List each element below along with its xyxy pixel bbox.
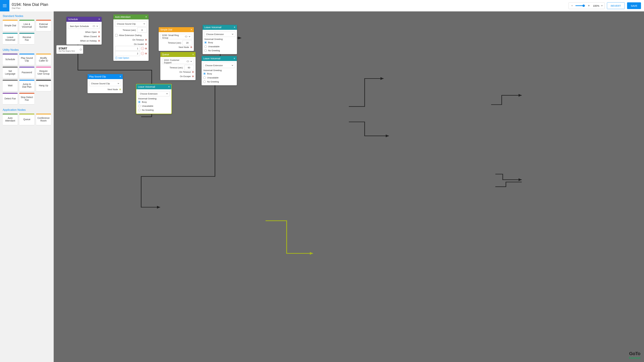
allow-ext-checkbox[interactable] xyxy=(115,34,118,36)
port-on-invalid[interactable] xyxy=(145,43,147,45)
vm1-radio-unavailable[interactable] xyxy=(204,45,207,48)
standard-tile-1[interactable]: Line & Voicemail xyxy=(19,20,34,31)
application-tile-1[interactable]: Queue xyxy=(19,114,34,125)
utility-tile-8[interactable]: Hang Up xyxy=(36,80,51,91)
aa-opt2-input[interactable]: 2 xyxy=(115,51,140,56)
start-port[interactable] xyxy=(80,49,82,50)
page-subtitle: Dial Plan xyxy=(12,7,48,9)
remove-icon[interactable]: − xyxy=(141,47,144,50)
aa-opt1-input[interactable]: 1 xyxy=(115,46,140,51)
vm2-radio-busy[interactable] xyxy=(203,72,206,75)
remove-icon[interactable]: − xyxy=(141,52,144,55)
port-when-holiday[interactable] xyxy=(98,40,100,42)
close-icon[interactable]: × xyxy=(168,85,170,88)
close-icon[interactable]: × xyxy=(192,53,194,56)
menu-button[interactable] xyxy=(0,0,10,11)
vm1-radio-nogreeting[interactable] xyxy=(204,49,207,52)
aa-sound-select[interactable]: Choose Sound Clip xyxy=(115,21,147,26)
standard-tile-4[interactable]: Receive Fax xyxy=(19,33,34,44)
close-icon[interactable]: × xyxy=(234,57,235,60)
queue-node[interactable]: Queue × 1010: Customer Support Timeout (… xyxy=(160,52,196,80)
vm3-ext-select[interactable]: Choose Extension xyxy=(138,91,170,96)
close-icon[interactable]: × xyxy=(234,26,235,29)
utility-tile-0[interactable]: Schedule xyxy=(3,54,18,65)
sd-timeout-input[interactable]: 20 xyxy=(182,40,192,45)
ps-sound-select[interactable]: Choose Sound Clip xyxy=(89,81,121,86)
schedule-node[interactable]: Schedule × 9am-5pm Schedule When Open Wh… xyxy=(66,17,102,44)
utility-tile-7[interactable]: Jump to Dial Plan xyxy=(19,80,34,91)
vm3-radio-unavailable[interactable] xyxy=(138,105,140,107)
voicemail-node-2[interactable]: Leave Voicemail × Choose Extension Voice… xyxy=(202,56,237,85)
port-next[interactable] xyxy=(119,88,121,90)
utility-tile-5[interactable]: Require User Group xyxy=(36,67,51,78)
utility-tile-1[interactable]: Play Sound Clip xyxy=(19,54,34,65)
svg-marker-2 xyxy=(157,206,160,209)
start-node[interactable]: START Dial Plan Begins Here xyxy=(56,45,83,54)
start-title: START xyxy=(58,47,81,50)
auto-attendant-node[interactable]: Auto Attendant × Choose Sound Clip Timeo… xyxy=(113,14,148,61)
svg-marker-7 xyxy=(310,252,313,255)
sd-ext-select[interactable]: 0150: Small Ring Group xyxy=(160,34,192,39)
link-icon xyxy=(185,36,187,37)
utility-tile-10[interactable]: Stop Detect Fax xyxy=(19,93,34,104)
page-title: 0194: New Dial Plan xyxy=(12,2,48,7)
port-opt1[interactable] xyxy=(145,48,147,49)
voicemail-node-3[interactable]: Leave Voicemail × Choose Extension Voice… xyxy=(136,84,172,114)
port-opt2[interactable] xyxy=(145,53,147,54)
vm1-ext-select[interactable]: Choose Extension xyxy=(204,31,235,37)
aa-timeout-input[interactable]: 8 xyxy=(137,27,147,33)
canvas[interactable]: START Dial Plan Begins Here Schedule × 9… xyxy=(54,11,644,362)
utility-tile-9[interactable]: Detect Fax xyxy=(3,93,18,104)
port-on-timeout[interactable] xyxy=(145,39,147,41)
zoom-in-button[interactable]: + xyxy=(587,4,590,7)
vm2-radio-unavailable[interactable] xyxy=(203,76,206,79)
svg-marker-5 xyxy=(518,94,522,97)
chevron-down-icon xyxy=(232,65,233,66)
vm3-radio-busy[interactable] xyxy=(138,101,140,103)
section-application-title: Application Nodes xyxy=(3,108,51,112)
play-sound-node[interactable]: Play Sound Clip × Choose Sound Clip Next… xyxy=(88,74,123,93)
add-option-button[interactable]: +Add Option xyxy=(115,57,147,59)
standard-tile-0[interactable]: Simple Dial xyxy=(3,20,18,31)
chevron-down-icon xyxy=(118,83,119,84)
chevron-down-icon[interactable] xyxy=(601,5,603,6)
schedule-select[interactable]: 9am-5pm Schedule xyxy=(68,23,100,29)
vm1-radio-busy[interactable] xyxy=(204,41,207,44)
utility-tile-2[interactable]: Modify Caller ID xyxy=(36,54,51,65)
standard-tile-3[interactable]: Leave Voicemail xyxy=(3,33,18,44)
port-on-timeout[interactable] xyxy=(192,71,194,73)
save-button[interactable]: SAVE xyxy=(627,2,641,9)
queue-timeout-input[interactable]: 60 xyxy=(184,65,194,70)
application-tile-0[interactable]: Auto Attendant xyxy=(3,114,18,125)
standard-tile-2[interactable]: External Number xyxy=(36,20,51,31)
vm2-radio-nogreeting[interactable] xyxy=(203,80,206,83)
voicemail-node-1[interactable]: Leave Voicemail × Choose Extension Voice… xyxy=(202,25,237,54)
hamburger-icon xyxy=(3,4,6,7)
zoom-control[interactable]: − + 100% xyxy=(568,2,604,9)
port-next[interactable] xyxy=(190,46,192,48)
queue-select[interactable]: 1010: Customer Support xyxy=(162,59,194,64)
svg-marker-3 xyxy=(380,77,384,80)
close-icon[interactable]: × xyxy=(146,15,147,18)
application-tile-2[interactable]: Conference Room xyxy=(36,114,51,125)
utility-tile-4[interactable]: Password xyxy=(19,67,34,78)
close-icon[interactable]: × xyxy=(120,75,121,78)
aa-title: Auto Attendant xyxy=(115,15,130,18)
port-when-open[interactable] xyxy=(98,31,100,33)
vm3-radio-nogreeting[interactable] xyxy=(138,109,140,111)
header: 0194: New Dial Plan Dial Plan − + 100% R… xyxy=(0,0,644,11)
revert-button[interactable]: REVERT xyxy=(607,2,625,9)
zoom-slider[interactable] xyxy=(576,5,586,6)
utility-tile-6[interactable]: Wait xyxy=(3,80,18,91)
close-icon[interactable]: × xyxy=(98,18,100,21)
simple-dial-node[interactable]: Simple Dial × 0150: Small Ring Group Tim… xyxy=(159,27,194,51)
port-on-escape[interactable] xyxy=(192,75,194,77)
chevron-down-icon xyxy=(96,26,98,27)
port-when-closed[interactable] xyxy=(98,35,100,37)
zoom-out-button[interactable]: − xyxy=(570,4,574,7)
svg-marker-4 xyxy=(386,134,389,137)
close-icon[interactable]: × xyxy=(191,28,192,31)
utility-tile-3[interactable]: Set Language xyxy=(3,67,18,78)
vm2-ext-select[interactable]: Choose Extension xyxy=(203,63,235,68)
link-icon xyxy=(93,25,95,27)
